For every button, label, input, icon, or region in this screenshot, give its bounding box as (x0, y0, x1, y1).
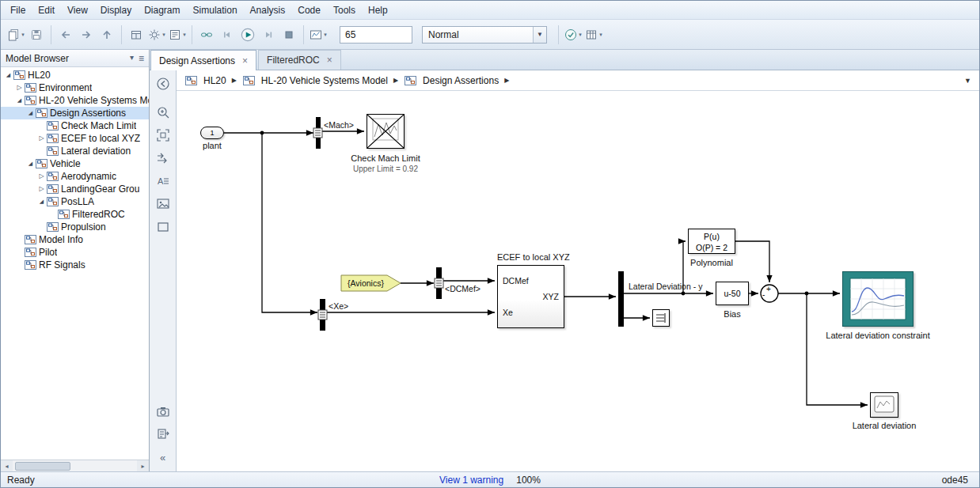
expand-icon[interactable] (26, 157, 35, 170)
new-model-button[interactable] (6, 25, 26, 45)
signal-check-block[interactable] (652, 309, 670, 327)
scroll-left-icon[interactable] (1, 460, 13, 471)
draw-rectangle-button[interactable] (152, 218, 174, 236)
tree-item-label: Lateral deviation (61, 146, 131, 157)
menu-item-help[interactable]: Help (362, 2, 394, 18)
ecef-to-local-xyz-block[interactable]: DCMef Xe XYZ (497, 265, 564, 328)
panel-menu-icon[interactable] (130, 53, 134, 64)
build-button[interactable] (583, 25, 604, 45)
settings-button[interactable] (146, 25, 167, 45)
sim-stop-time-input[interactable] (340, 26, 412, 44)
tree-item-landinggear-ground[interactable]: LandingGear Grou (1, 183, 149, 195)
run-button[interactable] (237, 25, 258, 45)
expand-icon[interactable] (37, 195, 46, 208)
bias-block[interactable]: u-50 (716, 282, 749, 305)
menu-item-simulation[interactable]: Simulation (187, 2, 244, 18)
sim-mode-select[interactable]: Normal (422, 26, 547, 44)
breadcrumb-arrow-icon[interactable] (232, 77, 237, 84)
tab-filteredroc[interactable]: FilteredROC (258, 50, 341, 70)
close-icon[interactable] (327, 56, 332, 64)
nav-back-button[interactable] (55, 25, 76, 45)
hide-breadcrumb-button[interactable] (152, 74, 174, 93)
menu-item-analysis[interactable]: Analysis (244, 2, 292, 18)
tree-item-model-info[interactable]: Model Info (1, 233, 149, 246)
tree-item-label: Design Assertions (50, 108, 126, 119)
annotation-button[interactable]: A (152, 172, 174, 191)
breadcrumb-item-design-assertions[interactable]: Design Assertions (404, 75, 499, 86)
tree-item-aerodynamic[interactable]: Aerodynamic (1, 170, 149, 183)
chevron-down-icon (183, 32, 186, 38)
scroll-right-icon[interactable] (137, 460, 149, 471)
save-button[interactable] (26, 25, 47, 45)
expand-icon[interactable] (4, 69, 13, 81)
nav-up-button[interactable] (97, 25, 117, 45)
breadcrumb-arrow-icon[interactable] (393, 77, 398, 84)
model-browser-hscrollbar[interactable] (1, 460, 149, 471)
step-back-button[interactable] (217, 25, 237, 45)
tab-design-assertions[interactable]: Design Assertions (150, 50, 256, 70)
menu-item-code[interactable]: Code (291, 2, 327, 18)
diagram-canvas[interactable]: 1 plant <Mach> Check Mach Lim (177, 91, 979, 471)
breadcrumb-arrow-icon[interactable] (504, 77, 509, 84)
insert-image-button[interactable] (152, 195, 174, 214)
fit-to-view-button[interactable] (152, 126, 174, 145)
polynomial-block[interactable]: P(u) O(P) = 2 (688, 229, 735, 254)
inport-label: plant (188, 141, 236, 150)
breadcrumb-item-hl20[interactable]: HL20 (184, 75, 226, 86)
model-icon (25, 235, 36, 244)
tree-item-check-mach-limit[interactable]: Check Mach Limit (1, 119, 149, 132)
tree-item-hl20-vehicle-systems-model[interactable]: HL-20 Vehicle Systems Mo (1, 94, 149, 107)
tree-item-environment[interactable]: Environment (1, 81, 149, 94)
collapse-icon[interactable] (37, 170, 46, 183)
link-button[interactable] (196, 25, 217, 45)
screenshot-button[interactable] (152, 402, 174, 421)
tree-item-vehicle[interactable]: Vehicle (1, 157, 149, 170)
copy-view-button[interactable] (152, 425, 174, 444)
lateral-deviation-constraint-block[interactable] (842, 271, 914, 327)
collapse-icon[interactable] (15, 81, 24, 94)
tree-item-lateral-deviation[interactable]: Lateral deviation (1, 145, 149, 157)
pan-button[interactable] (152, 149, 174, 168)
properties-list-icon (169, 28, 181, 41)
collapse-icon[interactable] (37, 132, 46, 145)
stop-button[interactable] (279, 25, 299, 45)
close-icon[interactable] (242, 57, 248, 65)
check-mach-limit-label: Check Mach Limit (324, 153, 447, 163)
tree-item-poslla[interactable]: PosLLA (1, 195, 149, 208)
warning-link[interactable]: View 1 warning (439, 475, 503, 486)
tree-item-pilot[interactable]: Pilot (1, 246, 149, 259)
tree-item-hl20[interactable]: HL20 (1, 69, 149, 81)
menu-item-display[interactable]: Display (94, 2, 138, 18)
nav-forward-button[interactable] (76, 25, 97, 45)
expand-icon[interactable] (15, 94, 24, 107)
collapse-palette-button[interactable]: « (152, 448, 174, 467)
menu-item-file[interactable]: File (4, 2, 32, 18)
inport-block[interactable]: 1 (200, 127, 224, 139)
breadcrumb-dropdown-icon[interactable] (964, 77, 971, 85)
solver-name[interactable]: ode45 (942, 475, 968, 486)
scrollbar-thumb[interactable] (15, 462, 70, 471)
model-properties-button[interactable] (167, 25, 188, 45)
collapse-icon[interactable] (37, 183, 46, 195)
tree-item-rf-signals[interactable]: RF Signals (1, 259, 149, 271)
model-icon (243, 76, 255, 85)
simulation-data-display-button[interactable] (308, 25, 329, 45)
menu-item-edit[interactable]: Edit (32, 2, 61, 18)
menu-item-view[interactable]: View (61, 2, 94, 18)
menu-item-tools[interactable]: Tools (327, 2, 362, 18)
panel-options-icon[interactable] (139, 53, 144, 64)
model-advisor-button[interactable] (563, 25, 583, 45)
menu-item-diagram[interactable]: Diagram (138, 2, 186, 18)
tree-item-propulsion[interactable]: Propulsion (1, 221, 149, 233)
lateral-deviation-scope-block[interactable] (870, 392, 898, 418)
tree-item-design-assertions[interactable]: Design Assertions (1, 107, 149, 119)
window-layout-button[interactable] (126, 25, 146, 45)
zoom-button[interactable] (152, 103, 174, 122)
expand-icon[interactable] (26, 107, 35, 119)
breadcrumb-item-vehicle-systems-model[interactable]: HL-20 Vehicle Systems Model (242, 75, 388, 86)
check-mach-limit-block[interactable] (367, 114, 405, 149)
step-forward-button[interactable] (258, 25, 279, 45)
polynomial-text-line1: P(u) (689, 231, 735, 242)
tree-item-filteredroc[interactable]: FilteredROC (1, 208, 149, 221)
tree-item-ecef-to-local-xyz[interactable]: ECEF to local XYZ (1, 132, 149, 145)
